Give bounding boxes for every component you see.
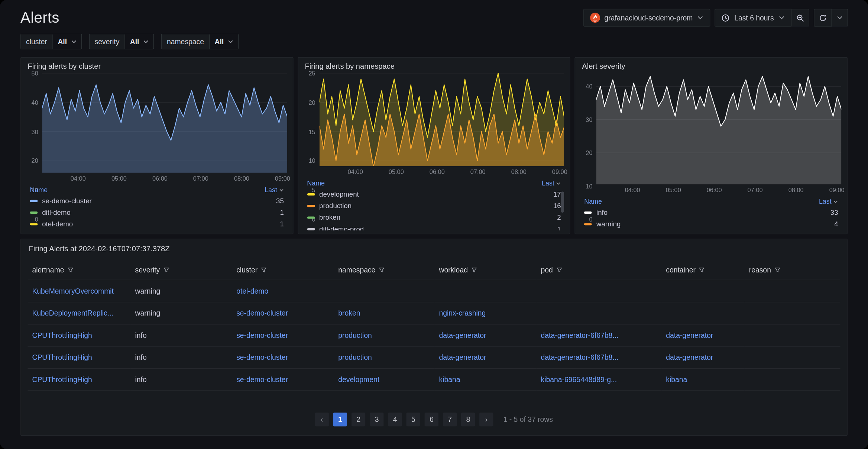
cell-link[interactable]: data-generator-6f67b8... [541, 331, 619, 339]
filter-icon[interactable] [471, 267, 477, 273]
legend-item[interactable]: development 17 [305, 189, 563, 200]
cell-link[interactable]: se-demo-cluster [236, 353, 288, 361]
legend-sort-last[interactable]: Last [542, 180, 561, 187]
column-header-reason[interactable]: reason [745, 261, 841, 280]
cell-cluster[interactable]: se-demo-cluster [232, 368, 334, 391]
prev-page-button[interactable]: ‹ [315, 413, 329, 426]
filter-icon[interactable] [556, 267, 562, 273]
cell-link[interactable]: se-demo-cluster [236, 309, 288, 317]
cell-link[interactable]: CPUThrottlingHigh [32, 331, 92, 339]
legend-item[interactable]: ditl-demo 1 [27, 207, 286, 219]
cell-container[interactable]: data-generator [661, 346, 744, 369]
cell-link[interactable]: kibana [666, 375, 687, 384]
cell-link[interactable]: data-generator [666, 353, 713, 361]
legend-item[interactable]: se-demo-cluster 35 [27, 196, 286, 207]
cell-pod[interactable]: data-generator-6f67b8... [537, 324, 662, 346]
cell-link[interactable]: data-generator-6f67b8... [541, 353, 619, 361]
cell-link[interactable]: se-demo-cluster [236, 375, 288, 384]
filter-cluster[interactable]: cluster All [20, 34, 82, 49]
cell-link[interactable]: production [338, 331, 372, 339]
page-button-6[interactable]: 6 [425, 413, 438, 426]
filter-namespace[interactable]: namespace All [161, 34, 239, 49]
cell-cluster[interactable]: se-demo-cluster [232, 324, 334, 346]
next-page-button[interactable]: › [479, 413, 493, 426]
legend-sort-name[interactable]: Name [307, 180, 325, 187]
cell-alertname[interactable]: CPUThrottlingHigh [27, 324, 130, 346]
cell-link[interactable]: kibana [439, 375, 460, 384]
cell-alertname[interactable]: CPUThrottlingHigh [27, 346, 130, 369]
cell-pod[interactable]: data-generator-6f67b8... [537, 346, 662, 369]
cell-namespace[interactable]: development [334, 368, 434, 391]
page-button-5[interactable]: 5 [407, 413, 420, 426]
refresh-interval-dropdown[interactable] [832, 9, 848, 27]
cell-link[interactable]: development [338, 375, 379, 384]
filter-value[interactable]: All [124, 34, 153, 49]
cell-container[interactable]: kibana [661, 368, 744, 391]
legend-sort-name[interactable]: Name [584, 198, 602, 206]
chart-plot[interactable] [42, 73, 287, 173]
filter-icon[interactable] [379, 267, 385, 273]
filter-icon[interactable] [163, 267, 169, 273]
cell-workload[interactable]: data-generator [434, 346, 536, 369]
legend-sort-name[interactable]: Name [30, 186, 48, 194]
filter-value[interactable]: All [52, 34, 81, 49]
cell-workload[interactable]: data-generator [434, 324, 536, 346]
cell-alertname[interactable]: KubeMemoryOvercommit [27, 280, 130, 302]
column-header-severity[interactable]: severity [131, 261, 232, 280]
cell-pod[interactable]: kibana-6965448d89-g... [537, 368, 662, 391]
page-button-3[interactable]: 3 [370, 413, 383, 426]
time-range-picker[interactable]: Last 6 hours [715, 9, 791, 27]
column-header-container[interactable]: container [661, 261, 744, 280]
filter-severity[interactable]: severity All [89, 34, 154, 49]
legend-item[interactable]: otel-demo 1 [27, 219, 286, 230]
cell-workload[interactable]: kibana [434, 368, 536, 391]
cell-link[interactable]: CPUThrottlingHigh [32, 375, 92, 384]
filter-icon[interactable] [774, 267, 780, 273]
column-header-cluster[interactable]: cluster [232, 261, 334, 280]
cell-link[interactable]: otel-demo [236, 287, 268, 295]
legend-sort-last[interactable]: Last [265, 186, 284, 194]
cell-link[interactable]: broken [338, 309, 360, 317]
chart-plot[interactable] [319, 73, 564, 166]
filter-value[interactable]: All [209, 34, 238, 49]
legend-item[interactable]: info 33 [582, 207, 840, 219]
cell-link[interactable]: KubeDeploymentReplic... [32, 309, 113, 317]
filter-icon[interactable] [67, 267, 73, 273]
legend-item[interactable]: broken 2 [305, 212, 563, 224]
cell-namespace[interactable]: production [334, 346, 434, 369]
cell-workload[interactable]: nginx-crashing [434, 302, 536, 324]
legend-item[interactable]: production 16 [305, 200, 563, 212]
cell-cluster[interactable]: se-demo-cluster [232, 346, 334, 369]
cell-alertname[interactable]: CPUThrottlingHigh [27, 368, 130, 391]
cell-link[interactable]: CPUThrottlingHigh [32, 353, 92, 361]
cell-cluster[interactable]: se-demo-cluster [232, 302, 334, 324]
legend-item[interactable]: ditl-demo-prod 1 [305, 224, 563, 230]
cell-link[interactable]: kibana-6965448d89-g... [541, 375, 617, 384]
cell-container[interactable]: data-generator [661, 324, 744, 346]
cell-link[interactable]: KubeMemoryOvercommit [32, 287, 114, 295]
column-header-pod[interactable]: pod [537, 261, 662, 280]
datasource-picker[interactable]: grafanacloud-sedemo-prom [583, 9, 710, 27]
cell-namespace[interactable]: production [334, 324, 434, 346]
legend-sort-last[interactable]: Last [819, 198, 838, 206]
cell-namespace[interactable]: broken [334, 302, 434, 324]
column-header-namespace[interactable]: namespace [334, 261, 434, 280]
column-header-alertname[interactable]: alertname [27, 261, 130, 280]
cell-link[interactable]: data-generator [439, 353, 486, 361]
legend-scrollbar[interactable] [561, 191, 564, 213]
cell-link[interactable]: nginx-crashing [439, 309, 486, 317]
cell-link[interactable]: data-generator [439, 331, 486, 339]
page-button-4[interactable]: 4 [388, 413, 402, 426]
column-header-workload[interactable]: workload [434, 261, 536, 280]
cell-link[interactable]: data-generator [666, 331, 713, 339]
page-button-2[interactable]: 2 [352, 413, 365, 426]
refresh-button[interactable] [814, 9, 832, 27]
zoom-out-button[interactable] [791, 9, 809, 27]
cell-link[interactable]: production [338, 353, 372, 361]
filter-icon[interactable] [699, 267, 705, 273]
cell-cluster[interactable]: otel-demo [232, 280, 334, 302]
chart-plot[interactable] [596, 73, 841, 184]
page-button-8[interactable]: 8 [461, 413, 475, 426]
legend-item[interactable]: warning 4 [582, 219, 840, 230]
filter-icon[interactable] [261, 267, 267, 273]
